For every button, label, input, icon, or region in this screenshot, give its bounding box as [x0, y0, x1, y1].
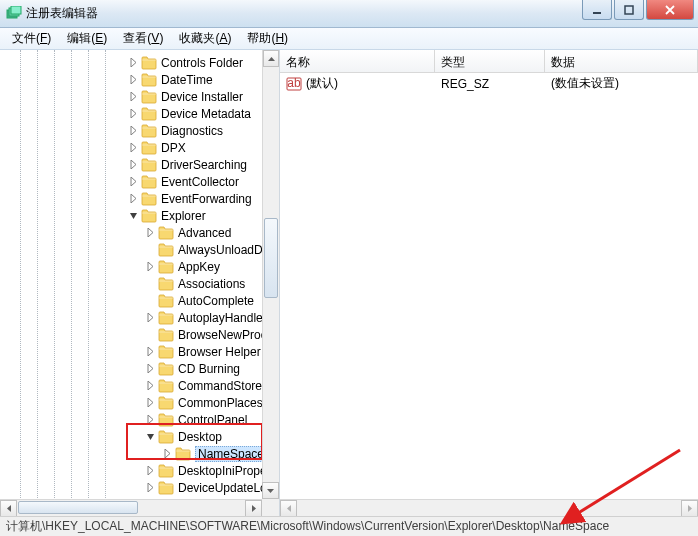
expand-icon[interactable]: [145, 346, 156, 357]
expand-icon[interactable]: [145, 363, 156, 374]
expand-icon[interactable]: [145, 261, 156, 272]
folder-icon: [141, 73, 157, 87]
expand-icon[interactable]: [128, 57, 139, 68]
tree-twisty-none: [145, 295, 156, 306]
tree-item[interactable]: AlwaysUnloadDLL: [0, 241, 279, 258]
maximize-button[interactable]: [614, 0, 644, 20]
expand-icon[interactable]: [145, 397, 156, 408]
app-icon: [6, 6, 22, 22]
tree-item[interactable]: AutoComplete: [0, 292, 279, 309]
col-type[interactable]: 类型: [435, 50, 545, 72]
list-scroll-right-button[interactable]: [681, 500, 698, 517]
tree-item-label: AutoComplete: [178, 294, 254, 308]
tree-item-label: DriverSearching: [161, 158, 247, 172]
tree-item[interactable]: DriverSearching: [0, 156, 279, 173]
scroll-corner: [262, 499, 279, 516]
tree-item-label: CommonPlaces: [178, 396, 263, 410]
tree-item[interactable]: DateTime: [0, 71, 279, 88]
expand-icon[interactable]: [162, 448, 173, 459]
folder-icon: [158, 481, 174, 495]
tree-item[interactable]: EventCollector: [0, 173, 279, 190]
tree-item[interactable]: EventForwarding: [0, 190, 279, 207]
tree-item[interactable]: Explorer: [0, 207, 279, 224]
tree-item[interactable]: NameSpace: [0, 445, 279, 462]
tree-item-label: EventCollector: [161, 175, 239, 189]
tree-item[interactable]: Controls Folder: [0, 54, 279, 71]
folder-icon: [158, 379, 174, 393]
tree-item[interactable]: Device Installer: [0, 88, 279, 105]
menu-file[interactable]: 文件(F): [4, 28, 59, 49]
folder-icon: [141, 107, 157, 121]
menu-favorites[interactable]: 收藏夹(A): [171, 28, 239, 49]
folder-icon: [141, 192, 157, 206]
expand-icon[interactable]: [128, 108, 139, 119]
expand-icon[interactable]: [128, 74, 139, 85]
string-value-icon: ab: [286, 76, 302, 92]
menu-help[interactable]: 帮助(H): [239, 28, 296, 49]
expand-icon[interactable]: [128, 142, 139, 153]
tree-item[interactable]: AutoplayHandlers: [0, 309, 279, 326]
menu-edit[interactable]: 编辑(E): [59, 28, 115, 49]
expand-icon[interactable]: [145, 227, 156, 238]
tree-item[interactable]: Device Metadata: [0, 105, 279, 122]
vscroll-thumb[interactable]: [264, 218, 278, 298]
folder-icon: [158, 430, 174, 444]
scroll-left-button[interactable]: [0, 500, 17, 516]
tree-item[interactable]: Desktop: [0, 428, 279, 445]
tree-inner: Controls FolderDateTimeDevice InstallerD…: [0, 50, 279, 500]
status-path: 计算机\HKEY_LOCAL_MACHINE\SOFTWARE\Microsof…: [6, 518, 609, 535]
expand-icon[interactable]: [128, 159, 139, 170]
window-buttons: [582, 0, 694, 20]
svg-rect-4: [625, 6, 633, 14]
close-button[interactable]: [646, 0, 694, 20]
tree-item[interactable]: Browser Helper Ob: [0, 343, 279, 360]
folder-icon: [158, 413, 174, 427]
tree-item[interactable]: DesktopIniProperty: [0, 462, 279, 479]
tree-item[interactable]: Diagnostics: [0, 122, 279, 139]
expand-icon[interactable]: [145, 312, 156, 323]
collapse-icon[interactable]: [145, 431, 156, 442]
minimize-button[interactable]: [582, 0, 612, 20]
tree-item[interactable]: Advanced: [0, 224, 279, 241]
folder-icon: [158, 294, 174, 308]
hscroll-thumb[interactable]: [18, 501, 138, 514]
folder-icon: [141, 209, 157, 223]
tree-twisty-none: [145, 329, 156, 340]
tree-item[interactable]: ControlPanel: [0, 411, 279, 428]
tree-item[interactable]: DPX: [0, 139, 279, 156]
expand-icon[interactable]: [145, 380, 156, 391]
tree-vscrollbar[interactable]: [262, 50, 279, 499]
scroll-right-button[interactable]: [245, 500, 262, 516]
expand-icon[interactable]: [128, 91, 139, 102]
tree-item[interactable]: AppKey: [0, 258, 279, 275]
tree-hscrollbar[interactable]: [0, 499, 262, 516]
tree-item-label: Associations: [178, 277, 245, 291]
col-data[interactable]: 数据: [545, 50, 698, 72]
tree-item-label: Advanced: [178, 226, 231, 240]
tree-item[interactable]: CD Burning: [0, 360, 279, 377]
scroll-up-button[interactable]: [263, 50, 279, 67]
list-hscrollbar[interactable]: [280, 499, 698, 516]
collapse-icon[interactable]: [128, 210, 139, 221]
expand-icon[interactable]: [145, 414, 156, 425]
folder-icon: [141, 56, 157, 70]
tree-item-label: ControlPanel: [178, 413, 247, 427]
value-type: REG_SZ: [435, 77, 545, 91]
expand-icon[interactable]: [145, 465, 156, 476]
expand-icon[interactable]: [128, 125, 139, 136]
expand-icon[interactable]: [128, 193, 139, 204]
expand-icon[interactable]: [145, 482, 156, 493]
list-row[interactable]: ab(默认)REG_SZ(数值未设置): [280, 75, 698, 92]
titlebar: 注册表编辑器: [0, 0, 698, 28]
statusbar: 计算机\HKEY_LOCAL_MACHINE\SOFTWARE\Microsof…: [0, 516, 698, 536]
tree-item[interactable]: CommonPlaces: [0, 394, 279, 411]
tree-item[interactable]: DeviceUpdateLocati: [0, 479, 279, 496]
expand-icon[interactable]: [128, 176, 139, 187]
list-scroll-left-button[interactable]: [280, 500, 297, 517]
menu-view[interactable]: 查看(V): [115, 28, 171, 49]
scroll-down-button[interactable]: [262, 482, 279, 499]
tree-item[interactable]: BrowseNewProcess: [0, 326, 279, 343]
col-name[interactable]: 名称: [280, 50, 435, 72]
tree-item[interactable]: Associations: [0, 275, 279, 292]
tree-item[interactable]: CommandStore: [0, 377, 279, 394]
